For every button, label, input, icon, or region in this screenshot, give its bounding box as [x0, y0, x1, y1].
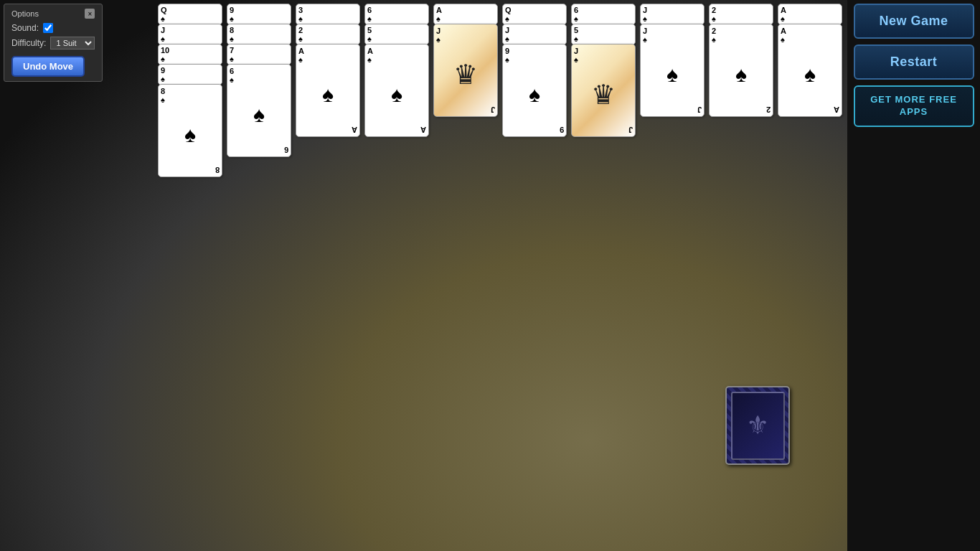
sound-row: Sound:: [11, 23, 95, 33]
column-10: A♠ A♠ ♠ A: [778, 4, 844, 140]
card-col10-2[interactable]: A♠ ♠ A: [778, 24, 842, 117]
column-4: 6♠ 5♠ A♠ ♠ A: [364, 4, 430, 154]
column-5: A♠ J♠ ♛ J: [433, 4, 499, 147]
columns-area: Q♠ J♠ 10♠ 9♠ 8♠ ♠ 8 9♠ 8♠: [154, 0, 847, 187]
card-col2-2[interactable]: 8♠: [227, 24, 291, 45]
restart-button[interactable]: Restart: [854, 44, 974, 80]
card-col2-3[interactable]: 7♠: [227, 44, 291, 65]
card-col4-3[interactable]: A♠ ♠ A: [364, 44, 429, 137]
stock-card-symbol: ⚜: [746, 410, 769, 441]
card-col6-2[interactable]: J♠: [502, 24, 567, 45]
column-3: 3♠ 2♠ A♠ ♠ A: [296, 4, 362, 154]
card-col3-1[interactable]: 3♠: [296, 4, 360, 25]
column-1: Q♠ J♠ 10♠ 9♠ 8♠ ♠ 8: [158, 4, 224, 183]
card-col2-4[interactable]: 6♠ ♠ 6: [227, 64, 291, 157]
sound-label: Sound:: [11, 23, 39, 33]
column-9: 2♠ 2♠ ♠ 2: [709, 4, 775, 140]
card-col7-1[interactable]: 6♠: [571, 4, 636, 25]
card-col1-5[interactable]: 8♠ ♠ 8: [158, 84, 222, 177]
card-col3-3[interactable]: A♠ ♠ A: [296, 44, 360, 137]
card-col7-2[interactable]: 5♠: [571, 24, 636, 45]
column-2: 9♠ 8♠ 7♠ 6♠ ♠ 6: [227, 4, 293, 161]
card-col5-jack[interactable]: J♠ ♛ J: [433, 24, 498, 117]
column-7: 6♠ 5♠ J♠ ♛ J: [571, 4, 637, 161]
difficulty-label: Difficulty:: [11, 38, 46, 48]
card-col6-3[interactable]: 9♠ ♠ 9: [502, 44, 567, 137]
stock-card-inner: ⚜: [731, 392, 785, 460]
card-col5-1[interactable]: A♠: [433, 4, 498, 25]
get-more-apps-button[interactable]: GET MORE FREE APPS: [854, 85, 974, 127]
options-title-label: Options: [11, 9, 39, 18]
difficulty-select[interactable]: 1 Suit 2 Suits 4 Suits: [50, 37, 95, 50]
card-col8-2[interactable]: J♠ ♠ J: [640, 24, 705, 117]
column-6: Q♠ J♠ 9♠ ♠ 9: [502, 4, 568, 161]
card-col1-3[interactable]: 10♠: [158, 44, 222, 65]
card-col3-2[interactable]: 2♠: [296, 24, 360, 45]
card-col4-1[interactable]: 6♠: [364, 4, 429, 25]
undo-move-button[interactable]: Undo Move: [11, 56, 85, 77]
new-game-button[interactable]: New Game: [854, 4, 974, 39]
right-panel: New Game Restart GET MORE FREE APPS: [847, 0, 980, 551]
close-button[interactable]: ×: [85, 9, 95, 19]
stock-pile[interactable]: ⚜: [725, 386, 790, 465]
difficulty-row: Difficulty: 1 Suit 2 Suits 4 Suits: [11, 37, 95, 50]
card-col1-1[interactable]: Q♠: [158, 4, 222, 25]
card-col9-2[interactable]: 2♠ ♠ 2: [709, 24, 773, 117]
card-col8-1[interactable]: J♠: [640, 4, 705, 25]
card-col4-2[interactable]: 5♠: [364, 24, 429, 45]
options-title: Options ×: [11, 9, 95, 19]
card-col1-4[interactable]: 9♠: [158, 64, 222, 85]
card-col1-2[interactable]: J♠: [158, 24, 222, 45]
sound-checkbox[interactable]: [43, 23, 53, 33]
card-col2-1[interactable]: 9♠: [227, 4, 291, 25]
card-col7-3[interactable]: J♠ ♛ J: [571, 44, 636, 137]
column-8: J♠ J♠ ♠ J: [640, 4, 706, 140]
game-area: Q♠ J♠ 10♠ 9♠ 8♠ ♠ 8 9♠ 8♠: [154, 0, 847, 551]
card-col10-1[interactable]: A♠: [778, 4, 842, 25]
card-col9-1[interactable]: 2♠: [709, 4, 773, 25]
options-panel: Options × Sound: Difficulty: 1 Suit 2 Su…: [4, 4, 103, 82]
card-col6-1[interactable]: Q♠: [502, 4, 567, 25]
